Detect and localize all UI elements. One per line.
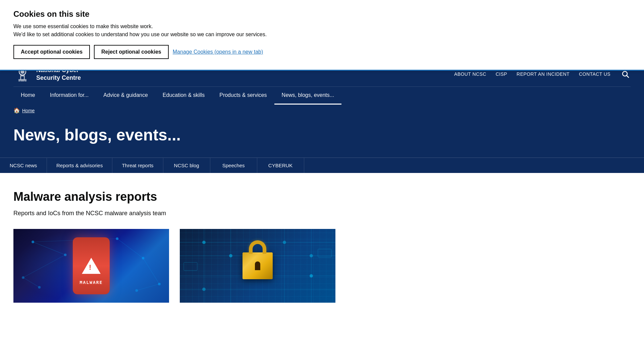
search-icon [621,70,629,78]
svg-line-21 [23,255,65,278]
svg-rect-5 [21,76,24,79]
sub-nav-reports-advisories[interactable]: Reports & advisories [47,158,112,173]
sub-nav-ncsc-news[interactable]: NCSC news [0,158,47,173]
image-cards: MALWARE [13,229,335,303]
svg-rect-6 [21,80,24,81]
breadcrumb-bar: 🏠 Home [0,105,644,118]
svg-point-34 [202,241,206,244]
cookie-banner-title: Cookies on this site [13,9,631,19]
main-wrapper: National Cyber Security Centre ABOUT NCS… [0,60,644,316]
sub-nav-threat-reports[interactable]: Threat reports [112,158,163,173]
svg-line-22 [143,258,159,284]
nav-education-skills[interactable]: Education & skills [155,87,212,105]
nav-advice-guidance[interactable]: Advice & guidance [96,87,155,105]
content-subtitle: Reports and IoCs from the NCSC malware a… [13,210,631,217]
page-title: News, blogs, events... [13,126,631,144]
sub-nav-speeches[interactable]: Speeches [210,158,257,173]
svg-point-17 [135,289,138,292]
svg-rect-40 [184,262,197,270]
nav-home[interactable]: Home [13,87,43,105]
about-ncsc-link[interactable]: ABOUT NCSC [454,71,486,77]
svg-rect-8 [24,79,26,81]
svg-line-19 [33,242,65,255]
svg-point-35 [229,254,232,257]
sub-nav: NCSC news Reports & advisories Threat re… [0,158,644,173]
cookie-text-1: We use some essential cookies to make th… [13,23,631,29]
svg-line-20 [117,239,143,258]
cisp-link[interactable]: CISP [496,71,507,77]
sub-nav-cyberuk[interactable]: CYBERUK [257,158,304,173]
cookie-text-2: We'd like to set additional cookies to u… [13,32,631,38]
svg-point-37 [310,274,313,278]
warning-triangle-icon [82,258,101,274]
svg-rect-7 [18,79,20,81]
svg-point-38 [202,288,206,291]
breadcrumb-home-link[interactable]: Home [22,108,35,113]
report-incident-link[interactable]: REPORT AN INCIDENT [517,71,570,77]
primary-nav: Home Information for... Advice & guidanc… [13,87,631,105]
lock-image [180,229,335,303]
phone-shape [73,237,110,294]
svg-line-23 [23,278,39,287]
malware-card[interactable]: MALWARE [13,229,169,303]
content-title: Malware analysis reports [13,190,631,204]
svg-line-10 [627,76,629,78]
lock-body [243,252,273,279]
lock-card[interactable] [180,229,335,303]
content-area: Malware analysis reports Reports and IoC… [0,173,644,316]
svg-point-36 [283,241,286,244]
nav-products-services[interactable]: Products & services [212,87,274,105]
contact-us-link[interactable]: CONTACT US [579,71,610,77]
lock-white-base [243,252,273,279]
manage-cookies-link[interactable]: Manage Cookies (opens in a new tab) [173,49,263,55]
cookie-buttons: Accept optional cookies Reject optional … [13,45,631,59]
home-icon: 🏠 [13,107,20,114]
svg-line-24 [137,284,159,290]
svg-point-39 [310,254,313,257]
malware-text-label: MALWARE [80,280,103,285]
accept-cookies-button[interactable]: Accept optional cookies [13,45,90,59]
sub-nav-ncsc-blog[interactable]: NCSC blog [163,158,210,173]
malware-image: MALWARE [13,229,169,303]
cookie-banner: Cookies on this site We use some essenti… [0,0,644,71]
reject-cookies-button[interactable]: Reject optional cookies [94,45,169,59]
nav-information-for[interactable]: Information for... [43,87,96,105]
page-hero: News, blogs, events... [0,118,644,158]
lock-keyhole [255,261,260,270]
breadcrumb: 🏠 Home [13,107,631,114]
nav-news-blogs-events[interactable]: News, blogs, events... [274,87,342,105]
